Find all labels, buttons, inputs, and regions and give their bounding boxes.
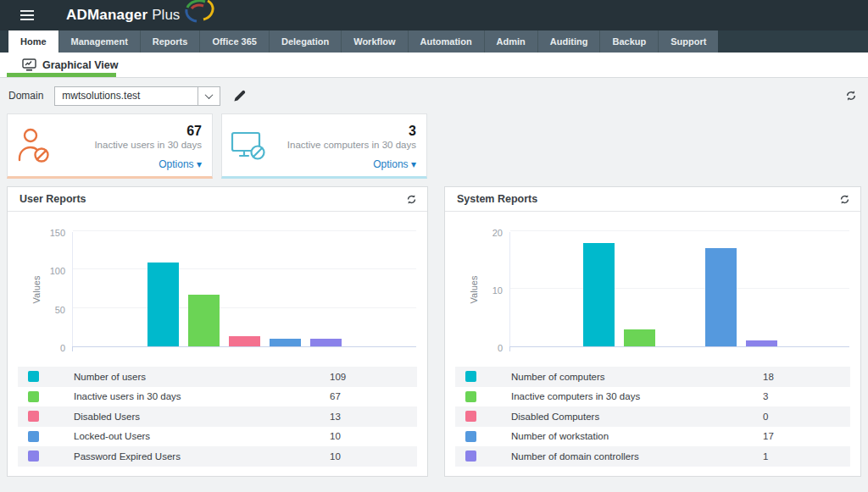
y-tick: 0 (498, 343, 503, 353)
edit-domain-button[interactable] (233, 90, 246, 102)
legend-row[interactable]: Inactive computers in 30 days 3 (455, 387, 850, 407)
legend-row[interactable]: Number of computers 18 (455, 367, 850, 387)
app-name: ADManager (66, 7, 147, 24)
hamburger-menu-icon[interactable] (20, 8, 34, 23)
bar-disabled-users (229, 336, 260, 346)
bar-workstations (705, 248, 737, 346)
user-reports-title: User Reports (19, 193, 406, 205)
subnav: Graphical View (0, 53, 868, 78)
bar-locked-out-users (270, 339, 301, 346)
tab-reports[interactable]: Reports (140, 30, 200, 53)
subnav-label: Graphical View (42, 59, 118, 71)
inactive-users-label: Inactive users in 30 days (62, 140, 202, 150)
app-logo: ADManager Plus (66, 3, 219, 28)
legend-swatch (465, 451, 476, 462)
tab-workflow[interactable]: Workflow (341, 30, 407, 53)
user-disabled-icon (8, 114, 62, 176)
legend-row[interactable]: Password Expired Users 10 (18, 446, 417, 467)
y-tick: 50 (55, 305, 65, 315)
legend-row[interactable]: Number of workstation 17 (455, 427, 850, 447)
plot-area (72, 232, 416, 347)
legend-swatch (465, 411, 476, 422)
bar-password-expired-users (310, 339, 342, 346)
legend-row[interactable]: Locked-out Users 10 (18, 427, 417, 447)
tab-management[interactable]: Management (58, 30, 140, 53)
inactive-users-card[interactable]: 67 Inactive users in 30 days Options ▾ (7, 113, 213, 179)
user-reports-legend: Number of users 109 Inactive users in 30… (18, 367, 417, 467)
main-nav: Home Management Reports Office 365 Deleg… (0, 30, 868, 53)
inactive-computers-label: Inactive computers in 30 days (276, 140, 416, 150)
tab-office-365[interactable]: Office 365 (199, 30, 269, 53)
legend-swatch (465, 431, 476, 442)
system-reports-panel: System Reports Values 20 10 0 (444, 186, 861, 477)
active-tab-underline (7, 73, 116, 77)
legend-row[interactable]: Inactive users in 30 days 67 (18, 387, 417, 407)
subnav-item-graphical-view[interactable]: Graphical View (22, 58, 118, 71)
line-chart-icon (22, 58, 36, 71)
domain-toolbar: Domain mwtsolutions.test (0, 78, 868, 113)
refresh-dashboard-button[interactable] (845, 90, 857, 102)
options-dropdown-button[interactable]: Options ▾ (159, 158, 202, 170)
system-reports-legend: Number of computers 18 Inactive computer… (455, 367, 850, 467)
tab-backup[interactable]: Backup (599, 30, 658, 53)
y-axis: 20 10 0 (445, 232, 503, 347)
y-tick: 0 (60, 343, 65, 353)
domain-select[interactable]: mwtsolutions.test (54, 86, 220, 106)
legend-swatch (465, 371, 476, 382)
y-tick: 20 (492, 228, 503, 238)
legend-swatch (28, 411, 39, 422)
user-reports-panel: User Reports Values 150 100 50 0 (7, 186, 428, 477)
refresh-user-reports-button[interactable] (406, 194, 417, 205)
legend-swatch (28, 451, 39, 462)
legend-row[interactable]: Disabled Computers 0 (455, 406, 850, 427)
system-reports-bar-chart: Values 20 10 0 (445, 212, 860, 367)
domain-select-value: mwtsolutions.test (55, 90, 198, 102)
inactive-users-count: 67 (62, 124, 202, 139)
caret-down-icon: ▾ (411, 158, 416, 170)
y-axis: 150 100 50 0 (8, 232, 65, 347)
legend-row[interactable]: Number of domain controllers 1 (455, 446, 850, 467)
tab-admin[interactable]: Admin (484, 30, 537, 53)
user-reports-bar-chart: Values 150 100 50 0 (8, 212, 427, 367)
inactive-computers-card[interactable]: 3 Inactive computers in 30 days Options … (221, 113, 427, 179)
tab-home[interactable]: Home (8, 30, 58, 53)
caret-down-icon: ▾ (197, 158, 202, 170)
summary-cards: 67 Inactive users in 30 days Options ▾ 3… (0, 113, 868, 179)
app-header: ADManager Plus (0, 0, 868, 30)
legend-swatch (28, 391, 39, 402)
tab-support[interactable]: Support (658, 30, 718, 53)
y-tick: 100 (50, 266, 65, 276)
tab-auditing[interactable]: Auditing (537, 30, 600, 53)
bar-domain-controllers (746, 340, 777, 346)
refresh-system-reports-button[interactable] (839, 194, 850, 205)
bar-number-of-users (147, 263, 179, 346)
legend-swatch (465, 391, 476, 402)
refresh-icon (406, 194, 417, 205)
tab-delegation[interactable]: Delegation (269, 30, 341, 53)
y-tick: 150 (50, 228, 65, 238)
legend-swatch (28, 431, 39, 442)
computer-disabled-icon (222, 114, 276, 176)
bar-inactive-users (188, 295, 220, 346)
app-name-suffix: Plus (152, 7, 180, 24)
tab-automation[interactable]: Automation (408, 30, 484, 53)
plot-area (509, 232, 849, 347)
pencil-icon (235, 90, 246, 101)
refresh-icon (839, 194, 850, 205)
legend-row[interactable]: Number of users 109 (18, 367, 417, 387)
system-reports-title: System Reports (457, 193, 839, 205)
inactive-computers-count: 3 (276, 124, 416, 139)
legend-row[interactable]: Disabled Users 13 (18, 406, 417, 427)
domain-label: Domain (8, 90, 43, 102)
chevron-down-icon[interactable] (198, 87, 220, 105)
y-tick: 10 (492, 285, 503, 296)
report-panels: User Reports Values 150 100 50 0 (7, 186, 861, 477)
refresh-icon (845, 90, 857, 102)
options-dropdown-button[interactable]: Options ▾ (373, 158, 416, 170)
legend-swatch (28, 371, 39, 382)
brand-swirl-icon (181, 0, 219, 24)
bar-inactive-computers (624, 329, 655, 346)
bar-number-of-computers (583, 243, 615, 346)
